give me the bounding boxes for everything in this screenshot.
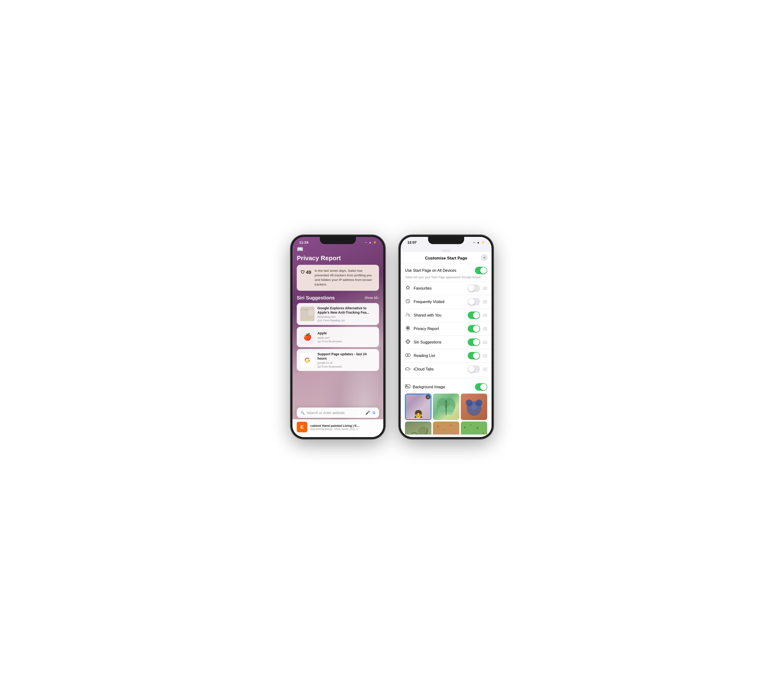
suggestion-source-0: ◎◎ From Reading List <box>317 319 376 322</box>
svg-point-27 <box>466 399 473 406</box>
tabs-icon[interactable]: ⧉ <box>373 411 375 415</box>
suggestion-info-1: Apple apple.com 📖 From Bookmarks <box>317 331 376 343</box>
bookmarks-icon-1: 📖 <box>317 340 321 343</box>
close-icon: ✕ <box>483 256 486 259</box>
icloud-tabs-drag-handle[interactable] <box>483 368 487 371</box>
svg-rect-2 <box>301 311 307 312</box>
svg-rect-3 <box>301 312 308 313</box>
signal-icon-2: ··· <box>473 241 476 244</box>
bg-thumb-child[interactable]: ✕ <box>405 393 431 420</box>
book-icon: 📖 <box>297 246 379 253</box>
icloud-tabs-toggle[interactable] <box>468 365 480 373</box>
svg-point-24 <box>446 406 454 415</box>
clock-icon <box>405 299 411 305</box>
svg-point-7 <box>408 314 410 315</box>
svg-point-16 <box>406 354 408 356</box>
shared-with-you-label: Shared with You <box>414 313 465 318</box>
svg-point-28 <box>476 399 482 406</box>
toggle-knob <box>480 267 487 274</box>
image-icon <box>405 384 410 390</box>
google-logo: G <box>305 356 310 364</box>
reading-list-toggle[interactable] <box>468 352 480 359</box>
main-toggle-switch[interactable] <box>475 267 487 274</box>
etsy-logo: E <box>297 422 307 432</box>
bg-thumb-sandy[interactable] <box>433 421 459 434</box>
suggestion-url-2: google.co.uk <box>317 361 376 364</box>
toggle-item-privacy-report: Privacy Report <box>401 322 492 335</box>
toggle-item-frequently-visited: Frequently Visited <box>401 295 492 308</box>
siri-suggestions-header: Siri Suggestions Show All › <box>297 295 379 301</box>
toggle-knob <box>473 312 479 318</box>
toggle-item-shared-with-you: Shared with You <box>401 309 492 322</box>
favourites-drag-handle[interactable] <box>483 287 487 290</box>
favourites-toggle[interactable] <box>468 284 480 292</box>
suggestion-info-2: Support Page updates - last 24 hours goo… <box>317 352 376 368</box>
phone-2: 12:07 ··· ▲ ⚡ Customise Start Page <box>399 236 493 438</box>
tracker-count: 49 <box>306 270 311 275</box>
bookmarks-icon-2: 📖 <box>317 365 321 368</box>
show-all-label: Show All <box>365 296 378 300</box>
wifi-icon-2: ▲ <box>477 241 480 244</box>
privacy-report-toggle[interactable] <box>468 325 480 332</box>
svg-point-23 <box>438 406 446 415</box>
suggestion-source-2: 📖 From Bookmarks <box>317 365 376 368</box>
toggle-item-reading-list: Reading List <box>401 349 492 362</box>
apple-thumb: 🍎 <box>300 330 314 344</box>
drag-handle <box>441 250 451 252</box>
svg-point-9 <box>408 327 408 328</box>
search-actions: 🎤 ⧉ <box>365 410 375 415</box>
suggestion-item-0[interactable]: Google Explores Alternative to Apple's N… <box>297 303 379 325</box>
phone2-time: 12:07 <box>408 240 417 244</box>
cloud-icon <box>405 367 411 372</box>
signal-icon: ··· <box>365 241 367 244</box>
bg-thumb-olive[interactable] <box>405 421 431 434</box>
show-all-button[interactable]: Show All › <box>365 296 379 300</box>
shared-with-you-toggle[interactable] <box>468 312 480 319</box>
search-bar: 🔍 Search or enter website 🎤 ⧉ <box>297 407 379 418</box>
suggestion-thumb-2: G <box>300 353 314 367</box>
privacy-badge: 🛡 49 <box>300 270 311 275</box>
reading-list-icon-2 <box>405 353 411 358</box>
suggestion-item-1[interactable]: 🍎 Apple apple.com 📖 From Bookmarks <box>297 327 379 347</box>
frequently-visited-toggle[interactable] <box>468 298 480 306</box>
shared-with-you-drag-handle[interactable] <box>483 314 487 317</box>
suggestion-item-2[interactable]: G Support Page updates - last 24 hours g… <box>297 349 379 371</box>
phone2-screen: 12:07 ··· ▲ ⚡ Customise Start Page <box>401 237 492 437</box>
icloud-tabs-label: iCloud Tabs <box>414 367 465 371</box>
toggle-item-siri-suggestions: Siri Suggestions <box>401 335 492 349</box>
suggestion-title-1: Apple <box>317 331 376 335</box>
microphone-icon[interactable]: 🎤 <box>365 410 370 415</box>
search-placeholder[interactable]: Search or enter website <box>306 411 363 415</box>
google-thumb: G <box>300 353 314 367</box>
frequently-visited-drag-handle[interactable] <box>483 300 487 303</box>
svg-point-43 <box>483 432 484 434</box>
chevron-right-icon: › <box>378 296 379 300</box>
siri-suggestions-drag-handle[interactable] <box>483 341 487 344</box>
svg-point-11 <box>407 341 409 343</box>
bg-thumb-lime[interactable] <box>461 421 487 434</box>
privacy-description: In the last seven days, Safari has preve… <box>314 268 375 287</box>
phone1-screen: 11:24 ··· ▲ ⚡ 📖 Privacy Report 🛡 49 In t… <box>292 237 383 437</box>
svg-point-42 <box>476 427 478 429</box>
siri-suggestions-toggle[interactable] <box>468 339 480 346</box>
bg-thumb-butterfly[interactable] <box>433 393 459 420</box>
toggle-knob <box>473 325 479 332</box>
battery-icon-2: ⚡ <box>481 241 485 244</box>
privacy-card[interactable]: 🛡 49 In the last seven days, Safari has … <box>297 265 379 291</box>
close-button[interactable]: ✕ <box>481 254 488 261</box>
sheet-header: Customise Start Page ✕ <box>401 252 492 263</box>
reading-list-drag-handle[interactable] <box>483 354 487 357</box>
notch <box>320 237 356 244</box>
phone1-status-right: ··· ▲ ⚡ <box>365 241 376 244</box>
svg-point-41 <box>470 424 471 426</box>
background-image-toggle[interactable] <box>475 383 487 391</box>
delete-bg-button[interactable]: ✕ <box>426 395 431 399</box>
suggestion-source-1: 📖 From Bookmarks <box>317 340 376 343</box>
privacy-report-drag-handle[interactable] <box>483 328 487 330</box>
phone1-time: 11:24 <box>299 240 308 244</box>
svg-point-4 <box>308 310 314 315</box>
phone-1: 11:24 ··· ▲ ⚡ 📖 Privacy Report 🛡 49 In t… <box>291 236 385 438</box>
etsy-bar[interactable]: E cabinet Hand painted Living | E... ets… <box>292 419 383 437</box>
bg-thumb-orange[interactable] <box>461 393 487 420</box>
svg-point-34 <box>453 434 455 434</box>
